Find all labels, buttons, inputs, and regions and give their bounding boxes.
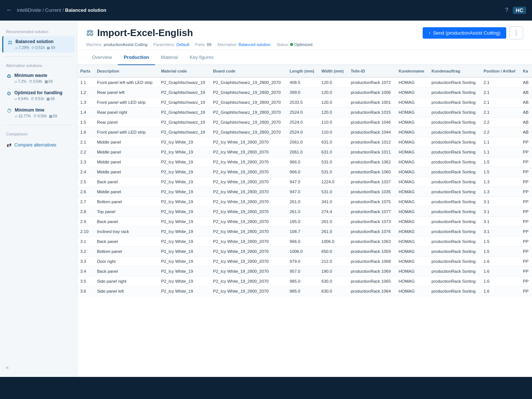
table-cell-description: Side panel right xyxy=(94,276,158,286)
table-cell-kundenname: HOMAG xyxy=(396,217,429,227)
table-cell-teile-id: productionRack 1035 xyxy=(348,187,396,197)
table-cell-description: Middle panel xyxy=(94,137,158,147)
table-row[interactable]: 2.8Top panelP2_Icy White_19P2_Icy White_… xyxy=(77,207,532,217)
table-row[interactable]: 1.4Rear panel rightP2_Graphitschwarz_19P… xyxy=(77,107,532,117)
table-row[interactable]: 2.1Middle panelP2_Icy White_19P2_Icy Whi… xyxy=(77,137,532,147)
table-row[interactable]: 1.3Front panel with LED stripP2_Graphits… xyxy=(77,98,532,107)
table-row[interactable]: 3.1Back panelP2_Icy White_19P2_Icy White… xyxy=(77,237,532,247)
table-row[interactable]: 2.9Back panelP2_Icy White_19P2_Icy White… xyxy=(77,217,532,227)
compare-alternatives-button[interactable]: ⇄ Compare alternatives xyxy=(2,138,75,151)
table-row[interactable]: 1.1Front panel left with LED stripP2_Gra… xyxy=(77,77,532,88)
tab-material[interactable]: Material xyxy=(155,50,184,65)
table-cell-kundenauftrag: productionRack Sorting xyxy=(429,157,480,167)
table-cell-material-code: P2_Icy White_19 xyxy=(158,167,210,177)
table-cell-ka: AB xyxy=(520,117,532,127)
col-kundenname: Kundenname xyxy=(396,65,429,77)
table-cell-parts: 2.4 xyxy=(77,167,94,177)
table-row[interactable]: 3.2Bottom panelP2_Icy White_19P2_Icy Whi… xyxy=(77,247,532,257)
table-row[interactable]: 3.5Side panel rightP2_Icy White_19P2_Icy… xyxy=(77,276,532,286)
sidebar-item-min-waste[interactable]: ♻ Minimum waste ▱ 7.2% ⏱ 0:54h ▦ 69 xyxy=(2,70,75,86)
sidebar-collapse-button[interactable]: « xyxy=(0,361,77,373)
table-cell-ka: PP xyxy=(520,197,532,207)
table-row[interactable]: 2.10Inclined tray rackP2_Icy White_19P2_… xyxy=(77,227,532,237)
table-cell-parts: 2.3 xyxy=(77,157,94,167)
table-cell-board-code: P2_Graphitschwarz_19_2800_2070 xyxy=(210,127,287,137)
tab-key-figures[interactable]: Key figures xyxy=(184,50,219,65)
table-row[interactable]: 3.4Back panelP2_Icy White_19P2_Icy White… xyxy=(77,266,532,276)
table-cell-description: Bottom panel xyxy=(94,247,158,257)
table-cell-position---artikel: 1.1 xyxy=(480,137,520,147)
table-cell-ka: AB xyxy=(520,107,532,117)
table-row[interactable]: 2.3Middle panelP2_Icy White_19P2_Icy Whi… xyxy=(77,157,532,167)
more-button[interactable]: ⋮ xyxy=(509,27,523,39)
table-row[interactable]: 1.6Front panel with LED stripP2_Graphits… xyxy=(77,127,532,137)
table-cell-board-code: P2_Icy White_19_2800_2070 xyxy=(210,197,287,207)
handling-label: Optimized for handling xyxy=(14,90,70,95)
table-cell-length--mm-: 947.0 xyxy=(287,177,318,187)
table-row[interactable]: 2.4Middle panelP2_Icy White_19P2_Icy Whi… xyxy=(77,167,532,177)
table-cell-material-code: P2_Icy White_19 xyxy=(158,286,210,296)
table-cell-material-code: P2_Icy White_19 xyxy=(158,247,210,257)
table-cell-ka: PP xyxy=(520,217,532,227)
table-cell-description: Bottom panel xyxy=(94,197,158,207)
table-cell-length--mm-: 2524.0 xyxy=(287,117,318,127)
table-cell-kundenname: HOMAG xyxy=(396,157,429,167)
table-cell-teile-id: productionRack 1069 xyxy=(348,266,396,276)
table-cell-length--mm-: 261.0 xyxy=(287,197,318,207)
table-row[interactable]: 2.5Back panelP2_Icy White_19P2_Icy White… xyxy=(77,177,532,187)
table-row[interactable]: 3.6Side panel leftP2_Icy White_19P2_Icy … xyxy=(77,286,532,296)
table-row[interactable]: 1.2Rear panel leftP2_Graphitschwarz_19P2… xyxy=(77,88,532,98)
table-cell-kundenname: HOMAG xyxy=(396,266,429,276)
sidebar: Recommended solution ⚖ Balanced solution… xyxy=(0,21,77,377)
table-cell-ka: PP xyxy=(520,207,532,217)
balanced-waste: ▱ 7.29% xyxy=(15,46,29,50)
table-cell-teile-id: productionRack 1059 xyxy=(348,247,396,257)
user-avatar[interactable]: HC xyxy=(513,7,526,14)
table-cell-kundenauftrag: productionRack Sorting xyxy=(429,217,480,227)
send-button[interactable]: ↑ Send (productionAssist Cutting) xyxy=(423,27,506,39)
table-cell-ka: PP xyxy=(520,257,532,266)
table-cell-kundenname: HOMAG xyxy=(396,127,429,137)
table-cell-parts: 1.2 xyxy=(77,88,94,98)
sidebar-item-balanced[interactable]: ⚖ Balanced solution ▱ 7.29% ⏱ 0:51h ▦ 69 xyxy=(2,36,75,53)
table-cell-description: Front panel with LED strip xyxy=(94,127,158,137)
table-cell-description: Side panel left xyxy=(94,286,158,296)
sidebar-item-handling[interactable]: ⚙ Optimized for handling ▱ 9.54% ⏱ 0:51h… xyxy=(2,87,75,104)
table-cell-description: Back panel xyxy=(94,266,158,276)
table-cell-description: Top panel xyxy=(94,207,158,217)
col-position: Position / Artikel xyxy=(480,65,520,77)
table-row[interactable]: 3.3Door rightP2_Icy White_19P2_Icy White… xyxy=(77,257,532,266)
compare-icon: ⇄ xyxy=(7,141,11,148)
table-cell-width--mm-: 531.0 xyxy=(318,187,348,197)
table-cell-width--mm-: 650.0 xyxy=(318,247,348,257)
tab-production[interactable]: Production xyxy=(118,50,155,65)
table-row[interactable]: 2.6Middle panelP2_Icy White_19P2_Icy Whi… xyxy=(77,187,532,197)
table-cell-kundenauftrag: productionRack Sorting xyxy=(429,117,480,127)
meta-info: Machine: productionAssist Cutting Parame… xyxy=(86,42,523,47)
help-icon[interactable]: ? xyxy=(505,7,508,14)
table-cell-position---artikel: 1.5 xyxy=(480,247,520,257)
table-cell-width--mm-: 341.0 xyxy=(318,197,348,207)
table-cell-width--mm-: 120.0 xyxy=(318,77,348,88)
tab-overview[interactable]: Overview xyxy=(86,50,118,65)
params-value[interactable]: Default xyxy=(176,42,189,47)
table-cell-teile-id: productionRack 1015 xyxy=(348,107,396,117)
breadcrumb-current[interactable]: Current xyxy=(45,7,61,13)
col-material-code: Material code xyxy=(158,65,210,77)
table-cell-description: Middle panel xyxy=(94,187,158,197)
table-cell-ka: PP xyxy=(520,177,532,187)
table-cell-material-code: P2_Graphitschwarz_19 xyxy=(158,77,210,88)
table-row[interactable]: 2.7Bottom panelP2_Icy White_19P2_Icy Whi… xyxy=(77,197,532,207)
machine-value: productionAssist Cutting xyxy=(104,42,148,47)
table-cell-kundenauftrag: productionRack Sorting xyxy=(429,187,480,197)
table-row[interactable]: 2.2Middle panelP2_Icy White_19P2_Icy Whi… xyxy=(77,147,532,157)
parts-table: Parts Description Material code Board co… xyxy=(77,65,532,296)
sidebar-item-min-time[interactable]: ⏱ Minimum time ▱ 10.77% ⏱ 0:50h ▦ 69 xyxy=(2,105,75,121)
breadcrumb-app[interactable]: intelliDivide xyxy=(17,7,41,13)
back-button[interactable]: ← xyxy=(6,6,13,14)
table-row[interactable]: 1.5Rear panelP2_Graphitschwarz_19P2_Grap… xyxy=(77,117,532,127)
alternative-value[interactable]: Balanced solution xyxy=(239,42,271,47)
table-cell-width--mm-: 110.0 xyxy=(318,117,348,127)
table-cell-parts: 2.9 xyxy=(77,217,94,227)
table-cell-board-code: P2_Graphitschwarz_19_2800_2070 xyxy=(210,117,287,127)
